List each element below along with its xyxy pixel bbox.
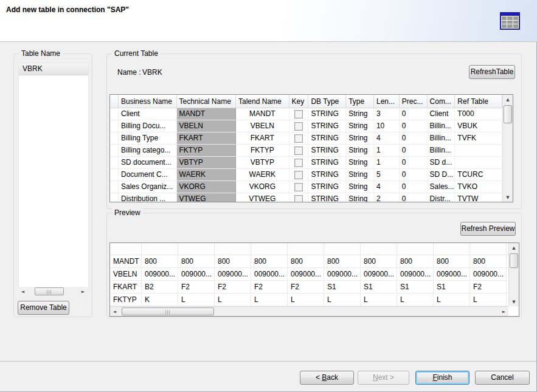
scrollbar-track[interactable] [509,252,519,297]
precision-cell[interactable]: 0 [400,169,428,181]
column-header[interactable]: Key [289,95,309,108]
key-checkbox[interactable] [294,146,303,155]
precision-cell[interactable]: 0 [400,132,428,144]
ref-table-cell[interactable]: TVTW [455,193,502,202]
scrollbar-thumb[interactable] [35,287,64,295]
preview-hscrollbar[interactable]: ◄ ► [110,306,508,316]
db-type-cell[interactable]: STRING [308,145,346,156]
business-name-cell[interactable]: Billing catego... [119,145,177,156]
business-name-cell[interactable]: Client [119,108,177,120]
precision-cell[interactable]: 0 [400,181,428,193]
ref-table-cell[interactable]: T000 [455,108,502,120]
key-checkbox[interactable] [294,134,303,143]
scrollbar-thumb[interactable] [504,105,512,123]
table-list-hscrollbar[interactable]: ◄ ► [18,287,88,296]
talend-name-cell[interactable]: MANDT [236,108,289,120]
key-cell[interactable] [289,132,309,144]
scrollbar-track[interactable] [119,307,499,316]
talend-name-cell[interactable]: WAERK [236,169,289,181]
key-cell[interactable] [289,181,309,193]
ref-table-cell[interactable]: TCURC [455,169,502,181]
column-header[interactable]: Ref Table [455,95,502,108]
column-header[interactable]: Prec... [400,95,428,108]
comment-cell[interactable]: SD D... [428,169,456,181]
scroll-right-icon[interactable]: ► [78,287,88,296]
key-cell[interactable] [289,120,309,132]
table-name-list[interactable]: VBRK [18,63,89,288]
row-selector-cell[interactable] [110,157,119,168]
row-selector-cell[interactable] [110,108,119,120]
row-selector-cell[interactable] [110,169,119,181]
length-cell[interactable]: 4 [374,132,400,144]
db-type-cell[interactable]: STRING [308,132,346,144]
business-name-cell[interactable]: Distribution ... [119,193,177,202]
column-header[interactable]: Com... [428,95,456,108]
db-type-cell[interactable]: STRING [308,157,346,168]
schema-vscrollbar[interactable]: ▲ ▼ [502,95,513,202]
business-name-cell[interactable]: Billing Docu... [119,120,177,132]
length-cell[interactable]: 4 [374,181,400,193]
precision-cell[interactable]: 0 [400,145,428,156]
key-checkbox[interactable] [294,195,303,202]
type-cell[interactable]: String [346,145,374,156]
business-name-cell[interactable]: Document C... [119,169,177,181]
comment-cell[interactable]: Sales... [428,181,456,193]
length-cell[interactable]: 1 [374,145,400,156]
comment-cell[interactable]: SD d... [428,157,456,168]
ref-table-cell[interactable]: TVKO [455,181,502,193]
column-header[interactable]: DB Type [308,95,346,108]
db-type-cell[interactable]: STRING [308,108,346,120]
scrollbar-thumb[interactable] [510,253,518,268]
column-header[interactable]: Technical Name [177,95,237,108]
talend-name-cell[interactable]: VBTYP [236,157,289,168]
comment-cell[interactable]: Billin... [428,145,456,156]
list-item[interactable]: VBRK [19,63,88,75]
scroll-down-icon[interactable]: ▼ [503,193,513,202]
comment-cell[interactable]: Distr... [428,193,456,202]
talend-name-cell[interactable]: VKORG [236,181,289,193]
ref-table-cell[interactable] [455,145,502,156]
business-name-cell[interactable]: Billing Type [119,132,177,144]
column-header[interactable]: Business Name [119,95,177,108]
scroll-right-icon[interactable]: ► [499,307,508,316]
scrollbar-track[interactable] [27,287,78,296]
db-type-cell[interactable]: STRING [308,181,346,193]
refresh-preview-button[interactable]: Refresh Preview [460,222,516,236]
talend-name-cell[interactable]: VTWEG [236,193,289,202]
ref-table-cell[interactable] [455,157,502,168]
scroll-up-icon[interactable]: ▲ [503,95,513,104]
row-selector-cell[interactable] [110,132,119,144]
key-cell[interactable] [289,157,309,168]
column-header[interactable]: Len... [374,95,400,108]
length-cell[interactable]: 5 [374,169,400,181]
ref-table-cell[interactable]: VBUK [455,120,502,132]
column-header[interactable]: Type [346,95,374,108]
scroll-left-icon[interactable]: ◄ [110,307,119,316]
precision-cell[interactable]: 0 [400,157,428,168]
finish-button[interactable]: Finish [415,371,469,385]
row-selector-cell[interactable] [110,193,119,202]
column-header[interactable]: Talend Name [236,95,289,108]
comment-cell[interactable]: Client [428,108,456,120]
key-cell[interactable] [289,169,309,181]
scrollbar-thumb[interactable] [122,308,214,315]
comment-cell[interactable]: Billin... [428,132,456,144]
length-cell[interactable]: 2 [374,193,400,202]
row-selector-cell[interactable] [110,181,119,193]
type-cell[interactable]: String [346,132,374,144]
key-checkbox[interactable] [294,183,303,191]
key-checkbox[interactable] [294,171,303,179]
scroll-left-icon[interactable]: ◄ [18,287,27,296]
talend-name-cell[interactable]: FKTYP [236,145,289,156]
key-checkbox[interactable] [294,159,303,167]
talend-name-cell[interactable]: FKART [236,132,289,144]
key-checkbox[interactable] [294,110,303,119]
type-cell[interactable]: String [346,193,374,202]
type-cell[interactable]: String [346,108,374,120]
type-cell[interactable]: String [346,181,374,193]
back-button[interactable]: < Back [300,371,354,385]
cancel-button[interactable]: Cancel [475,371,530,385]
key-cell[interactable] [289,108,309,120]
remove-table-button[interactable]: Remove Table [18,301,69,315]
length-cell[interactable]: 1 [374,157,400,168]
